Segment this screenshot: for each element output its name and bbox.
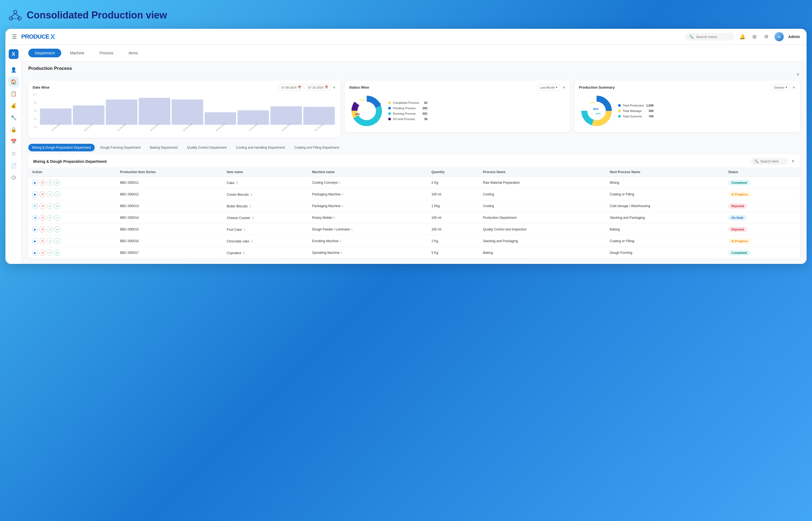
- table-filter-icon[interactable]: ▼: [791, 159, 795, 164]
- cell-machine: Dough Feeder / Laminator 1: [308, 224, 428, 235]
- chevron-down-icon: ▾: [556, 86, 557, 89]
- notification-icon[interactable]: 🔔: [739, 33, 746, 41]
- action-icon-check[interactable]: ✓: [47, 250, 53, 256]
- info-icon[interactable]: ℹ: [251, 239, 253, 243]
- sidebar-item-reports[interactable]: 📋: [8, 88, 19, 99]
- settings-icon[interactable]: ⚙: [763, 33, 770, 41]
- sidebar-item-calendar[interactable]: 📅: [8, 136, 19, 147]
- grid-icon[interactable]: ⊞: [750, 33, 758, 41]
- hamburger-menu[interactable]: ☰: [12, 33, 17, 40]
- production-filter-dropdown[interactable]: October ▾: [771, 84, 790, 91]
- action-icon-circle[interactable]: ○: [54, 191, 60, 197]
- action-icon-arrow[interactable]: »: [54, 226, 60, 232]
- search-input[interactable]: [696, 35, 728, 39]
- action-icon-x[interactable]: ✕: [39, 180, 45, 186]
- info-icon[interactable]: ℹ: [251, 192, 252, 197]
- tab-process[interactable]: Process: [93, 49, 120, 58]
- dept-tab-mixing[interactable]: Mixing & Dough Preparation Department: [28, 144, 95, 151]
- cell-quantity: 2 Kg: [428, 177, 479, 189]
- action-icon-arrow[interactable]: »: [54, 203, 60, 209]
- start-date-input[interactable]: 07-09-2024 📅: [279, 84, 304, 91]
- action-icon-grid[interactable]: ⊞: [32, 215, 38, 221]
- admin-label: Admin: [788, 35, 800, 39]
- cell-series: BBC-000011: [116, 177, 223, 189]
- info-icon[interactable]: ℹ: [253, 216, 254, 220]
- action-icon-x[interactable]: ✕: [39, 215, 45, 221]
- legend-dot-onhold: [388, 118, 391, 120]
- status-filter-icon[interactable]: ▼: [562, 85, 566, 90]
- cell-status: In Progress: [724, 235, 800, 247]
- machine-qty: 5: [341, 251, 342, 254]
- info-icon[interactable]: ℹ: [244, 227, 245, 231]
- action-icons: ▶✕✓»: [32, 226, 113, 232]
- action-icon-play[interactable]: ▶: [32, 180, 38, 186]
- prod-donut-svg: 50% 30% 20%: [579, 93, 614, 129]
- cell-item: Butter Biscuits ℹ: [223, 200, 308, 212]
- sidebar-item-balance[interactable]: ⚖: [8, 148, 19, 159]
- action-icon-check[interactable]: ✓: [47, 203, 53, 209]
- production-summary-card: Production Summary October ▾ ▼: [575, 81, 800, 132]
- table-search[interactable]: 🔍: [751, 158, 788, 165]
- status-wise-card: Status Wise Last Month ▾ ▼: [345, 81, 570, 132]
- logo-x: X: [50, 32, 55, 41]
- action-icon-play[interactable]: ▶: [32, 250, 38, 256]
- sidebar-item-power[interactable]: ⏻: [8, 172, 19, 183]
- action-icon-circle[interactable]: ○: [54, 215, 60, 221]
- action-icon-x[interactable]: ✕: [39, 191, 45, 197]
- sidebar-item-finance[interactable]: 💰: [8, 100, 19, 111]
- dept-tab-quality[interactable]: Quality Control Department: [183, 144, 230, 151]
- sidebar-item-tools[interactable]: 🔧: [8, 112, 19, 123]
- sidebar-item-user[interactable]: 👤: [8, 64, 19, 75]
- page-header-icon: [8, 8, 22, 22]
- sidebar-item-document[interactable]: 📄: [8, 160, 19, 171]
- dept-tab-dough-forming[interactable]: Dough Forming Department: [96, 144, 145, 151]
- date-inputs: 07-09-2024 📅 07-10-2024 📅 ▼: [279, 84, 336, 91]
- action-icon-play[interactable]: ▶: [32, 238, 38, 244]
- action-icon-check[interactable]: ✓: [47, 215, 53, 221]
- action-icon-play[interactable]: ▶: [32, 226, 38, 232]
- action-icon-arrow[interactable]: »: [54, 180, 60, 186]
- action-icon-check[interactable]: ✓: [47, 226, 53, 232]
- info-icon[interactable]: ℹ: [243, 251, 244, 255]
- action-icon-check[interactable]: ✓: [47, 180, 53, 186]
- tab-department[interactable]: Department: [28, 49, 61, 58]
- legend-total-wastage: Total Wastage 300: [618, 109, 654, 113]
- production-filter-icon[interactable]: ▼: [792, 85, 796, 90]
- col-machine: Machine name: [308, 167, 428, 177]
- dept-tab-coating[interactable]: Coating and Filling Department: [291, 144, 343, 151]
- search-bar[interactable]: 🔍: [685, 33, 734, 41]
- donut-wrap: 8.2% 44.5% 47.3% 10%: [349, 93, 384, 129]
- action-icon-refresh[interactable]: ↻: [32, 203, 38, 209]
- bar-chart-filter-icon[interactable]: ▼: [333, 85, 336, 90]
- action-icon-check[interactable]: ✓: [47, 191, 53, 197]
- table-search-input[interactable]: [760, 160, 785, 163]
- action-icon-play[interactable]: ▶: [32, 191, 38, 197]
- sidebar-item-lock[interactable]: 🔒: [8, 124, 19, 135]
- action-icon-x[interactable]: ✕: [39, 238, 45, 244]
- action-icon-check[interactable]: ✓: [47, 238, 53, 244]
- col-next-process: Next Process Name: [606, 167, 724, 177]
- bar: [40, 109, 71, 125]
- section-filter-icon[interactable]: ▼: [796, 72, 800, 77]
- end-date-input[interactable]: 07-10-2024 📅: [305, 84, 330, 91]
- action-icon-circle[interactable]: ○: [54, 238, 60, 244]
- sidebar-item-home[interactable]: 🏠: [8, 76, 19, 87]
- dept-tab-baking[interactable]: Baking Department: [146, 144, 182, 151]
- tab-items[interactable]: Items: [122, 49, 145, 58]
- info-icon[interactable]: ℹ: [236, 181, 238, 185]
- cell-next-process: Baking: [606, 224, 724, 235]
- dept-tab-cooling[interactable]: Cooling and Handling Department: [232, 144, 289, 151]
- action-icon-x[interactable]: ✕: [39, 250, 45, 256]
- cell-series: BBC-000017: [116, 247, 223, 259]
- action-icon-x[interactable]: ✕: [39, 203, 45, 209]
- action-icon-x[interactable]: ✕: [39, 226, 45, 232]
- action-icon-arrow[interactable]: »: [54, 250, 60, 256]
- production-summary-header: Production Summary October ▾ ▼: [579, 84, 796, 91]
- status-filter-dropdown[interactable]: Last Month ▾: [537, 84, 560, 91]
- logo-text: PRODUCE: [21, 33, 49, 40]
- info-icon[interactable]: ℹ: [250, 204, 251, 208]
- avatar[interactable]: A: [774, 32, 784, 41]
- tab-machine[interactable]: Machine: [63, 49, 91, 58]
- cell-action: ▶✕✓»: [28, 247, 116, 259]
- table-header-row: Action Production Item Series Item name …: [28, 167, 800, 177]
